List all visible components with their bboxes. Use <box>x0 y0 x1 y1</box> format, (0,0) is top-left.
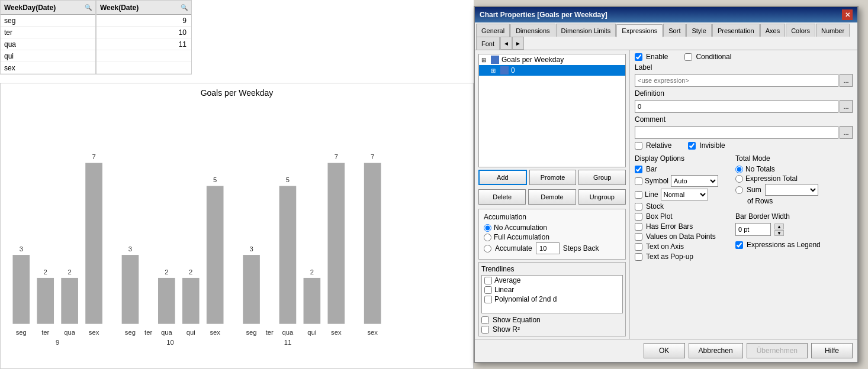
full-accum-radio[interactable] <box>484 234 491 241</box>
box-plot-checkbox[interactable] <box>635 213 642 221</box>
tab-font[interactable]: Font <box>476 37 500 50</box>
accumulate-row: Accumulate Steps Back <box>484 242 621 254</box>
invisible-checkbox[interactable] <box>688 142 696 150</box>
trendline-linear[interactable]: Linear <box>482 285 622 294</box>
trendline-poly[interactable]: Polynomial of 2nd d <box>482 294 622 304</box>
line-checkbox[interactable] <box>635 191 642 199</box>
tab-dimension-limits[interactable]: Dimension Limits <box>556 24 616 37</box>
comment-btn[interactable]: ... <box>840 126 853 139</box>
add-button[interactable]: Add <box>478 170 527 185</box>
group-button[interactable]: Group <box>578 170 626 185</box>
close-button[interactable]: ✕ <box>842 9 853 20</box>
no-accum-radio[interactable] <box>484 224 491 232</box>
label-btn[interactable]: ... <box>840 74 853 87</box>
enable-check-row: Enable <box>635 53 668 61</box>
accumulate-input[interactable] <box>536 242 560 254</box>
table-container: WeekDay(Date) 🔍 seg ter qua qui sex Week… <box>0 0 192 75</box>
bar-border-up[interactable]: ▲ <box>774 224 784 229</box>
avg-check[interactable] <box>484 277 492 284</box>
linear-label: Linear <box>494 286 514 294</box>
svg-rect-41 <box>364 163 381 324</box>
enable-checkbox[interactable] <box>635 53 642 61</box>
has-error-bars-checkbox[interactable] <box>635 223 642 231</box>
show-r2-check[interactable] <box>481 326 489 334</box>
expression-tree[interactable]: ⊞ Goals per Weekday ⊞ 0 <box>478 54 626 167</box>
tree-item-0[interactable]: ⊞ 0 <box>479 65 625 76</box>
tab-style[interactable]: Style <box>686 24 711 37</box>
svg-rect-0 <box>12 255 30 324</box>
show-r2-row: Show R² <box>481 325 623 334</box>
demote-button[interactable]: Demote <box>528 189 576 205</box>
svg-text:qui: qui <box>307 329 316 336</box>
tab-dimensions[interactable]: Dimensions <box>510 24 555 37</box>
text-on-axis-checkbox[interactable] <box>635 243 642 251</box>
tab-presentation[interactable]: Presentation <box>712 24 760 37</box>
tab-number[interactable]: Number <box>816 24 850 37</box>
bar-border-down[interactable]: ▼ <box>774 230 784 236</box>
label-input[interactable] <box>635 74 838 87</box>
col1-row-2: ter <box>1 27 95 38</box>
svg-rect-19 <box>207 186 224 323</box>
values-on-data-points-label: Values on Data Points <box>646 232 716 241</box>
svg-text:7: 7 <box>371 153 374 160</box>
help-button[interactable]: Hilfe <box>811 343 853 358</box>
expressions-as-legend-checkbox[interactable] <box>735 241 743 249</box>
tab-prev-button[interactable]: ◄ <box>500 37 512 50</box>
trendline-average[interactable]: Average <box>482 276 622 285</box>
no-totals-radio[interactable] <box>735 166 743 173</box>
stock-checkbox[interactable] <box>635 203 642 211</box>
ungroup-button[interactable]: Ungroup <box>578 189 626 205</box>
dialog-title: Chart Properties [Goals per Weekday] <box>480 11 607 19</box>
accumulation-title: Accumulation <box>484 213 621 221</box>
expression-total-radio[interactable] <box>735 175 743 183</box>
comment-input[interactable] <box>635 126 838 139</box>
bar-border-width-label: Bar Border Width <box>735 212 853 221</box>
tab-sort[interactable]: Sort <box>663 24 686 37</box>
definition-btn[interactable]: ... <box>840 100 853 113</box>
accumulate-radio[interactable] <box>484 245 491 253</box>
btn-row-2: Delete Demote Ungroup <box>478 189 626 205</box>
values-on-data-points-checkbox[interactable] <box>635 233 642 241</box>
relative-checkbox[interactable] <box>635 142 642 150</box>
promote-button[interactable]: Promote <box>529 170 577 185</box>
svg-text:3: 3 <box>128 245 132 253</box>
svg-rect-13 <box>122 255 139 324</box>
apply-button[interactable]: Übernehmen <box>747 343 808 358</box>
delete-button[interactable]: Delete <box>478 189 526 205</box>
line-select[interactable]: Normal <box>661 189 708 200</box>
poly-check[interactable] <box>484 296 492 303</box>
bar-checkbox[interactable] <box>635 166 642 173</box>
col2-search-icon[interactable]: 🔍 <box>181 4 188 11</box>
tab-axes[interactable]: Axes <box>760 24 785 37</box>
col1-search-icon[interactable]: 🔍 <box>85 4 92 11</box>
tab-next-button[interactable]: ► <box>512 37 524 50</box>
symbol-select[interactable]: Auto <box>671 175 718 187</box>
conditional-checkbox[interactable] <box>684 53 692 61</box>
col2-header[interactable]: Week(Date) 🔍 <box>97 1 191 15</box>
tree-item-goals[interactable]: ⊞ Goals per Weekday <box>479 54 625 65</box>
tab-expressions[interactable]: Expressions <box>616 24 663 37</box>
show-equation-check[interactable] <box>481 316 489 324</box>
show-equation-row: Show Equation <box>481 316 623 324</box>
cancel-button[interactable]: Abbrechen <box>689 343 743 358</box>
svg-text:seg: seg <box>246 329 256 336</box>
symbol-checkbox[interactable] <box>635 177 642 185</box>
tab-general[interactable]: General <box>476 24 510 37</box>
expression-total-row: Expression Total <box>735 174 853 183</box>
col2: Week(Date) 🔍 9 10 11 <box>96 0 192 75</box>
tab-colors[interactable]: Colors <box>786 24 815 37</box>
bar-border-input-row: ▲ ▼ <box>735 223 853 236</box>
linear-check[interactable] <box>484 286 492 294</box>
trendlines-list[interactable]: Average Linear Polynomial of 2nd d <box>481 275 623 313</box>
col1-header[interactable]: WeekDay(Date) 🔍 <box>1 1 95 15</box>
definition-input[interactable] <box>635 100 838 113</box>
dialog-body: ⊞ Goals per Weekday ⊞ 0 Add Promote Grou… <box>475 50 857 339</box>
of-rows-label: of Rows <box>735 197 853 205</box>
sum-radio[interactable] <box>735 186 743 194</box>
comment-input-row: ... <box>635 126 853 139</box>
sum-select[interactable] <box>765 184 818 196</box>
text-as-popup-checkbox[interactable] <box>635 253 642 261</box>
ok-button[interactable]: OK <box>644 343 685 358</box>
definition-label: Definition <box>635 89 853 98</box>
bar-border-input[interactable] <box>735 223 771 236</box>
